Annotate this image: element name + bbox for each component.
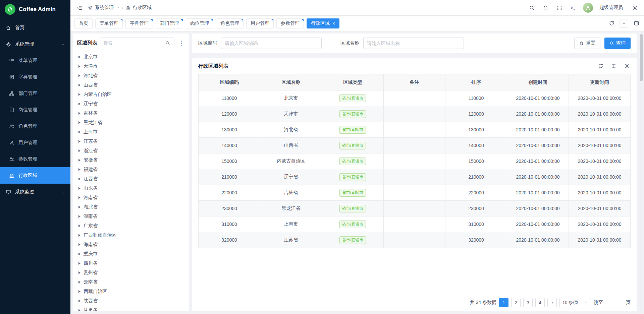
tab-options-dropdown[interactable] <box>620 19 628 28</box>
table-row[interactable]: 210000辽宁省省市/直辖市2100002020-10-01 00:00:00… <box>199 169 631 185</box>
tree-item[interactable]: 山东省 <box>77 184 185 193</box>
table-row[interactable]: 150000内蒙古自治区省市/直辖市1500002020-10-01 00:00… <box>199 153 631 169</box>
tree-item[interactable]: 西藏自治区 <box>77 287 185 296</box>
region-name-input[interactable] <box>363 38 464 49</box>
table-row[interactable]: 110000北京市省市/直辖市1100002020-10-01 00:00:00… <box>199 90 631 106</box>
table-cell: 110000 <box>199 90 260 106</box>
tree-item[interactable]: 广东省 <box>77 221 185 231</box>
sidebar-item-system-monitor[interactable]: 系统监控 <box>0 184 70 200</box>
tree-item[interactable]: 湖南省 <box>77 212 185 221</box>
more-options-icon[interactable]: ⋮ <box>178 40 185 46</box>
tree-item[interactable]: 北京市 <box>77 52 185 62</box>
user-name[interactable]: 超级管理员 <box>599 5 623 11</box>
settings-gear-icon[interactable] <box>631 4 639 11</box>
tree-item[interactable]: 江西省 <box>77 174 185 184</box>
sidebar-item-role-management[interactable]: 角色管理 <box>0 118 70 134</box>
search-icon[interactable] <box>164 39 171 47</box>
tab-admin-region[interactable]: 行政区域× <box>307 18 339 28</box>
page-button-1[interactable]: 1 <box>499 298 508 307</box>
tab-dept-management[interactable]: 部门管理 <box>156 18 183 28</box>
sidebar-item-dept-management[interactable]: 部门管理 <box>0 85 70 102</box>
tab-post-management[interactable]: 岗位管理 <box>186 18 213 28</box>
page-button-3[interactable]: 3 <box>523 298 533 307</box>
sidebar-item-post-management[interactable]: 岗位管理 <box>0 102 70 118</box>
chevron-down-icon[interactable] <box>116 6 120 10</box>
chevron-down-icon <box>585 301 588 304</box>
page-button-4[interactable]: 4 <box>535 298 545 307</box>
tab-role-management[interactable]: 角色管理 <box>216 18 244 28</box>
sidebar-item-home[interactable]: 首页 <box>0 19 70 36</box>
tree-item[interactable]: 山西省 <box>77 80 185 90</box>
page-button-2[interactable]: 2 <box>511 298 521 307</box>
close-icon[interactable]: × <box>332 21 335 26</box>
tree-item-label: 海南省 <box>84 242 98 248</box>
tree-item[interactable]: 福建省 <box>77 165 185 174</box>
fullscreen-icon[interactable] <box>555 4 563 11</box>
search-button[interactable]: 查询 <box>604 38 631 49</box>
tree-item[interactable]: 吉林省 <box>77 109 185 118</box>
tree-item[interactable]: 上海市 <box>77 127 185 137</box>
next-page-button[interactable] <box>547 298 557 307</box>
tree-item[interactable]: 贵州省 <box>77 268 185 277</box>
tree-search-input[interactable] <box>104 41 162 46</box>
translate-icon[interactable]: 文A <box>569 4 577 11</box>
table-cell: 2020-10-01 00:00:00 <box>507 122 569 138</box>
tree-item[interactable]: 陕西省 <box>77 296 185 306</box>
tab-param-management[interactable]: 参数管理 <box>276 18 304 28</box>
breadcrumb-item-first[interactable]: 系统管理 <box>95 5 114 11</box>
tab-home[interactable]: 首页 <box>74 18 93 28</box>
layout-panel-icon[interactable] <box>633 20 640 27</box>
sidebar-item-dict-management[interactable]: 字典管理 <box>0 69 70 85</box>
user-avatar[interactable] <box>583 3 593 13</box>
tree-item[interactable]: 广西壮族自治区 <box>77 231 185 240</box>
refresh-icon[interactable] <box>597 62 604 70</box>
sidebar-item-menu-management[interactable]: 菜单管理 <box>0 52 70 69</box>
table-cell: 吉林省 <box>260 185 322 201</box>
page-scrollbar[interactable] <box>640 32 643 313</box>
sidebar-item-user-management[interactable]: 用户管理 <box>0 134 70 151</box>
tree-item[interactable]: 重庆市 <box>77 249 185 259</box>
search-icon[interactable] <box>528 4 535 11</box>
tree-item[interactable]: 辽宁省 <box>77 99 185 109</box>
scrollbar-thumb[interactable] <box>640 34 643 81</box>
sidebar-item-admin-region[interactable]: 行政区域 <box>0 167 70 184</box>
tree-item[interactable]: 河北省 <box>77 71 185 80</box>
notification-bell-icon[interactable] <box>542 4 549 11</box>
table-row[interactable]: 310000上海市省市/直辖市3100002020-10-01 00:00:00… <box>199 216 631 232</box>
row-height-icon[interactable] <box>610 62 618 70</box>
tab-user-management[interactable]: 用户管理 <box>246 18 274 28</box>
tree-item[interactable]: 甘肃省 <box>77 306 185 311</box>
tree-item[interactable]: 安徽省 <box>77 155 185 165</box>
sidebar-item-system-management[interactable]: 系统管理 <box>0 36 70 52</box>
table-cell: 140000 <box>445 138 507 153</box>
table-row[interactable]: 230000黑龙江省省市/直辖市2300002020-10-01 00:00:0… <box>199 201 631 216</box>
table-row[interactable]: 220000吉林省省市/直辖市2200002020-10-01 00:00:00… <box>199 185 631 201</box>
table-cell: 北京市 <box>260 90 322 106</box>
tree-item[interactable]: 黑龙江省 <box>77 118 185 127</box>
table-row[interactable]: 120000天津市省市/直辖市1200002020-10-01 00:00:00… <box>199 106 631 122</box>
table-cell: 省市/直辖市 <box>322 90 384 106</box>
refresh-icon[interactable] <box>608 20 615 27</box>
sidebar-item-param-management[interactable]: 参数管理 <box>0 151 70 167</box>
tree-item[interactable]: 河南省 <box>77 193 185 202</box>
tab-dict-management[interactable]: 字典管理 <box>125 18 153 28</box>
jump-page-input[interactable] <box>606 298 623 307</box>
menu-fold-icon[interactable] <box>76 4 83 11</box>
tree-item[interactable]: 湖北省 <box>77 202 185 212</box>
tree-item[interactable]: 海南省 <box>77 240 185 249</box>
tree-item[interactable]: 内蒙古自治区 <box>77 90 185 99</box>
region-code-input[interactable] <box>221 38 322 49</box>
tree-item[interactable]: 云南省 <box>77 277 185 287</box>
tree-item[interactable]: 浙江省 <box>77 146 185 155</box>
table-row[interactable]: 140000山西省省市/直辖市1400002020-10-01 00:00:00… <box>199 138 631 153</box>
column-settings-gear-icon[interactable] <box>623 62 631 70</box>
page-size-select[interactable]: 10 条/页 <box>559 298 591 307</box>
chevron-down-icon <box>61 190 65 194</box>
tree-item[interactable]: 四川省 <box>77 259 185 268</box>
reset-button[interactable]: 重置 <box>574 38 600 49</box>
tree-item[interactable]: 天津市 <box>77 62 185 71</box>
table-row[interactable]: 320000江苏省省市/直辖市3200002020-10-01 00:00:00… <box>199 232 631 248</box>
tab-menu-management[interactable]: 菜单管理 <box>95 18 123 28</box>
table-row[interactable]: 130000河北省省市/直辖市1300002020-10-01 00:00:00… <box>199 122 631 138</box>
tree-item[interactable]: 江苏省 <box>77 137 185 146</box>
